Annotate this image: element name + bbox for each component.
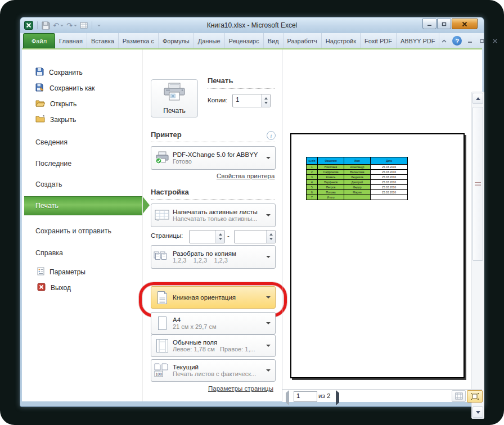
paper-size-dropdown[interactable]: A4 21 см x 29,7 см [151, 312, 276, 334]
save-as-icon [35, 83, 44, 93]
pages-label: Страницы: [151, 232, 183, 239]
close-button[interactable] [452, 19, 478, 29]
tab-view[interactable]: Вид [264, 33, 284, 48]
chevron-down-icon [266, 214, 271, 216]
sidebar-item-recent[interactable]: Последние [35, 158, 71, 169]
sidebar-item-save-send[interactable]: Сохранить и отправить [35, 225, 111, 237]
show-margins-icon [455, 392, 463, 400]
tab-page-layout[interactable]: Разметка с [119, 33, 159, 48]
info-icon[interactable]: i [267, 131, 276, 140]
print-what-dropdown[interactable]: Напечатать активные листы Напечатать тол… [151, 204, 276, 227]
stepper-arrows-icon[interactable] [215, 230, 224, 243]
selected-item-arrow [142, 196, 150, 214]
help-icon[interactable]: ? [452, 36, 462, 46]
preview-bottom-bar: 1 из 2 [282, 389, 482, 402]
scrollbar-grip [475, 182, 481, 186]
stepper-arrows-icon[interactable] [261, 94, 270, 107]
section-settings-header: Настройка [151, 188, 189, 196]
sidebar-item-print[interactable]: Печать [24, 196, 142, 215]
copies-stepper[interactable]: 1 [232, 94, 271, 107]
sidebar-item-exit[interactable]: Выход [37, 282, 71, 293]
qat-customize-icon[interactable] [96, 25, 101, 26]
zoom-to-page-icon [470, 392, 479, 400]
scrollbar-thumb[interactable] [472, 107, 483, 261]
section-print-header: Печать [208, 76, 233, 85]
sidebar-item-open[interactable]: Открыть [35, 98, 76, 110]
table-header-row: №п/п Фамилия Имя Дата [307, 157, 408, 165]
table-row: 6ПоповаМария25.03.2016 [307, 190, 408, 195]
collation-dropdown[interactable]: Разобрать по копиям 1,2,3 1,2,3 1,2,3 [151, 245, 276, 269]
tab-formulas[interactable]: Формулы [159, 33, 194, 48]
tab-file[interactable]: Файл [23, 33, 55, 48]
folder-open-icon [35, 100, 45, 108]
qat-separator [92, 21, 92, 29]
collate-pages-icon [151, 250, 173, 264]
excel-window: ↶ ↷ Книга10.xlsx - Microsoft Excel [20, 17, 484, 407]
save-icon [35, 67, 44, 78]
tab-review[interactable]: Рецензирс [225, 33, 264, 48]
page-number-input[interactable]: 1 [294, 391, 317, 402]
scroll-up-icon[interactable] [472, 93, 483, 104]
table-row: 2СафроноваВалентина25.03.2016 [307, 170, 408, 175]
pages-to-stepper[interactable] [234, 230, 276, 243]
copies-label: Копии: [208, 97, 227, 103]
zoom-to-page-button[interactable] [467, 390, 483, 403]
margins-dropdown[interactable]: Обычные поля Левое: 1,78 см Правое: 1,..… [151, 334, 276, 357]
excel-logo-icon[interactable] [24, 21, 33, 30]
previous-page-icon[interactable] [286, 393, 289, 403]
tab-data[interactable]: Данные [194, 33, 225, 48]
redo-icon[interactable]: ↷ [66, 22, 77, 29]
minimize-button[interactable] [422, 19, 436, 29]
table-row: 1НиколаевАлександр25.03.2016 [307, 165, 408, 170]
backstage-view: Сохранить Сохранить как Открыть Закрыть … [22, 48, 482, 401]
tab-developer[interactable]: Разработч [284, 33, 322, 48]
tab-addins[interactable]: Надстройк [322, 33, 361, 48]
next-page-icon[interactable] [336, 393, 339, 403]
preview-table: №п/п Фамилия Имя Дата 1НиколаевАлександр… [306, 157, 408, 200]
exit-icon [37, 283, 46, 293]
options-icon [37, 267, 44, 277]
table-icon[interactable] [80, 22, 88, 29]
quick-access-toolbar: ↶ ↷ [20, 21, 101, 30]
collapse-ribbon-icon[interactable] [439, 37, 448, 45]
table-row: 4ПарфеновДмитрий25.03.2016 [307, 180, 408, 185]
show-margins-button[interactable] [452, 390, 466, 402]
print-button[interactable]: Печать [151, 79, 198, 117]
tab-home[interactable]: Главная [55, 33, 87, 48]
printer-properties-link[interactable]: Свойства принтера [217, 173, 274, 179]
sidebar-item-options[interactable]: Параметры [37, 266, 86, 278]
pages-from-stepper[interactable] [189, 230, 225, 243]
sidebar-item-help[interactable]: Справка [35, 247, 63, 259]
printer-name: PDF-XChange 5.0 for ABBYY [173, 151, 264, 158]
printer-select-dropdown[interactable]: PDF-XChange 5.0 for ABBYY Готово [151, 146, 276, 170]
scroll-down-icon[interactable] [472, 406, 483, 418]
page-setup-link[interactable]: Параметры страницы [208, 385, 273, 392]
printer-icon [163, 83, 186, 104]
section-printer-header: Принтер [151, 130, 182, 139]
preview-scrollbar[interactable] [471, 92, 484, 419]
sidebar-item-close[interactable]: Закрыть [35, 114, 76, 125]
sidebar-item-save[interactable]: Сохранить [35, 67, 83, 78]
ribbon-tab-bar: Файл Главная Вставка Разметка с Формулы … [20, 33, 484, 48]
scaling-dropdown[interactable]: 100 Текущий Печать листов с фактическ... [151, 359, 276, 382]
undo-icon[interactable]: ↶ [53, 22, 64, 29]
tab-abbyy-pdf[interactable]: ABBYY PDF [397, 33, 440, 48]
save-icon[interactable] [42, 21, 50, 30]
sidebar-separator [142, 49, 143, 401]
stepper-arrows-icon[interactable] [266, 230, 275, 243]
scaling-100-label: 100 [155, 372, 162, 376]
tab-insert[interactable]: Вставка [87, 33, 119, 48]
sidebar-item-info[interactable]: Сведения [35, 137, 68, 148]
workbook-close-icon[interactable] [490, 37, 499, 44]
sidebar-item-save-as[interactable]: Сохранить как [35, 83, 94, 94]
table-row: 5ПетровФедор25.03.2016 [307, 185, 408, 190]
tab-foxit-pdf[interactable]: Foxit PDF [361, 33, 397, 48]
dotted-divider [151, 142, 274, 142]
workbook-minimize-icon[interactable] [466, 37, 474, 44]
sidebar-item-new[interactable]: Создать [35, 179, 62, 190]
workbook-restore-icon[interactable] [478, 37, 487, 44]
chevron-down-icon [266, 256, 271, 258]
dotted-divider [208, 88, 274, 89]
printer-status: Готово [173, 158, 264, 165]
restore-button[interactable] [437, 19, 451, 29]
